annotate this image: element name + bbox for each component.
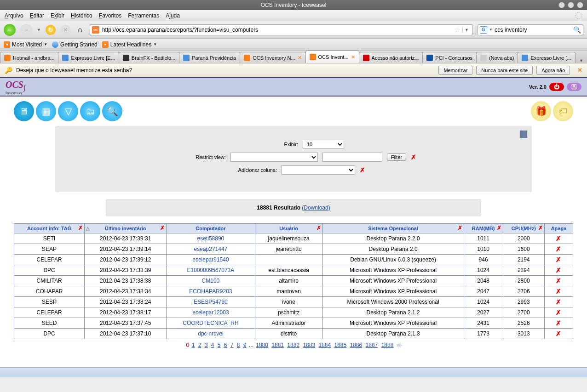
tab[interactable]: (Nova aba) — [476, 52, 518, 63]
doubles-icon[interactable]: 🗂 — [80, 101, 100, 121]
cell-computer[interactable]: CM100 — [167, 276, 255, 286]
cell-delete[interactable]: ✗ — [544, 255, 573, 265]
tab[interactable]: Paraná Previdência — [179, 52, 240, 63]
menu-favoritos[interactable]: Favoritos — [99, 12, 121, 19]
tab[interactable]: PCI - Concursos — [422, 52, 477, 63]
key-button[interactable]: ⚿ — [567, 83, 581, 91]
page-link[interactable]: 3 — [205, 342, 208, 348]
col-user[interactable]: Usuário✗ — [255, 224, 322, 233]
power-button[interactable]: ⏻ — [549, 83, 564, 91]
delete-icon[interactable]: ✗ — [556, 298, 561, 306]
home-button[interactable]: ⌂ — [75, 25, 85, 35]
col-os[interactable]: Sistema Operacional✗ — [322, 224, 464, 233]
download-link[interactable]: (Download) — [302, 205, 330, 211]
search-input[interactable] — [495, 27, 573, 33]
page-link[interactable]: 1888 — [381, 342, 394, 348]
exibir-select[interactable]: 10 — [303, 140, 344, 149]
never-button[interactable]: Nunca para este site — [476, 66, 533, 75]
remove-col-icon[interactable]: ✗ — [458, 225, 462, 231]
filter-button[interactable]: Filter — [387, 153, 406, 161]
page-link[interactable]: 5 — [218, 342, 221, 348]
save-icon[interactable] — [520, 131, 527, 138]
back-button[interactable]: ← — [4, 24, 16, 36]
page-link[interactable]: 8 — [237, 342, 240, 348]
col-tag[interactable]: Account info: TAG✗ — [14, 224, 85, 233]
page-link[interactable]: 1885 — [334, 342, 347, 348]
tab-close-icon[interactable]: ✕ — [351, 54, 355, 60]
cell-computer[interactable]: E1000009567073A — [167, 265, 255, 276]
menu-ferramentas[interactable]: Ferramentas — [128, 12, 159, 19]
restrict-value-input[interactable] — [322, 153, 382, 162]
menu-arquivo[interactable]: Arquivo — [5, 12, 23, 19]
cell-delete[interactable]: ✗ — [544, 276, 573, 286]
reload-button[interactable]: ↻ — [46, 25, 56, 35]
tab[interactable]: BrainFX - Battlelo... — [119, 52, 179, 63]
cell-computer[interactable]: eseti58890 — [167, 233, 255, 244]
delete-icon[interactable]: ✗ — [556, 309, 561, 316]
page-link[interactable]: 4 — [211, 342, 214, 348]
cell-delete[interactable]: ✗ — [544, 286, 573, 297]
delete-icon[interactable]: ✗ — [556, 256, 561, 263]
clear-addcol-icon[interactable]: ✗ — [360, 166, 365, 174]
tab[interactable]: OCS Inventory N...✕ — [240, 52, 305, 63]
page-link[interactable]: 1887 — [366, 342, 378, 348]
pager-next-icon[interactable]: »» — [396, 342, 401, 348]
close-window-button[interactable] — [577, 2, 583, 8]
most-visited-button[interactable]: ★ Most Visited ▼ — [4, 41, 47, 48]
package-icon[interactable]: 🎁 — [531, 101, 551, 121]
groups-icon[interactable]: ▦ — [36, 101, 56, 121]
page-link[interactable]: 6 — [224, 342, 227, 348]
search-bar[interactable]: G ▼ 🔍 — [478, 24, 583, 35]
filter-icon[interactable]: ▽ — [58, 101, 78, 121]
label-icon[interactable]: 🏷 — [553, 101, 573, 121]
restrict-column-select[interactable] — [230, 153, 318, 162]
tab[interactable]: Acesso não autoriz... — [359, 52, 423, 63]
clear-filter-icon[interactable]: ✗ — [411, 153, 416, 161]
tab[interactable]: Expresso Livre [E... — [58, 52, 119, 63]
page-link[interactable]: 1880 — [256, 342, 268, 348]
delete-icon[interactable]: ✗ — [556, 235, 561, 242]
delete-icon[interactable]: ✗ — [556, 288, 561, 295]
all-computers-icon[interactable]: 🖥 — [14, 101, 34, 121]
memorize-button[interactable]: Memorizar — [438, 66, 472, 75]
cell-computer[interactable]: dpc-nrcvel — [167, 329, 255, 339]
cell-computer[interactable]: ecelepar12003 — [167, 307, 255, 318]
cell-delete[interactable]: ✗ — [544, 297, 573, 307]
remove-col-icon[interactable]: ✗ — [497, 225, 501, 231]
col-lastinv[interactable]: △Último inventário✗ — [85, 224, 167, 233]
delete-icon[interactable]: ✗ — [556, 277, 561, 284]
bookmark-star-icon[interactable]: ☆ — [455, 26, 460, 34]
remove-col-icon[interactable]: ✗ — [78, 225, 83, 231]
minimize-button[interactable] — [558, 2, 565, 8]
menu-ajuda[interactable]: Ajuda — [166, 12, 180, 19]
latest-headlines-button[interactable]: ▸ Latest Headlines ▼ — [102, 41, 157, 48]
page-link[interactable]: 1886 — [350, 342, 363, 348]
page-link[interactable]: 1881 — [271, 342, 284, 348]
delete-icon[interactable]: ✗ — [556, 330, 561, 337]
page-link[interactable]: 2 — [198, 342, 201, 348]
remove-col-icon[interactable]: ✗ — [160, 225, 165, 231]
tab[interactable]: Expresso Livre [... — [518, 52, 575, 63]
url-input[interactable] — [102, 27, 453, 33]
delete-icon[interactable]: ✗ — [556, 267, 561, 274]
col-computer[interactable]: Computador — [167, 224, 255, 233]
url-bar[interactable]: oc ☆ ▼ — [90, 24, 473, 35]
cell-delete[interactable]: ✗ — [544, 233, 573, 244]
tab[interactable]: OCS Invent...✕ — [305, 51, 359, 63]
close-notification-icon[interactable]: ✕ — [577, 67, 582, 74]
cell-computer[interactable]: ESESP54760 — [167, 297, 255, 307]
page-link[interactable]: 9 — [243, 342, 247, 348]
menu-historico[interactable]: Histórico — [71, 12, 92, 19]
cell-computer[interactable]: ECOHAPAR9203 — [167, 286, 255, 297]
getting-started-button[interactable]: Getting Started — [52, 41, 98, 48]
delete-icon[interactable]: ✗ — [556, 319, 561, 327]
cell-computer[interactable]: ecelepar91540 — [167, 255, 255, 265]
menu-exibir[interactable]: Exibir — [51, 12, 64, 19]
page-link[interactable]: 7 — [230, 342, 234, 348]
page-link[interactable]: 1884 — [318, 342, 331, 348]
tab[interactable]: Hotmail - andbra... — [0, 52, 58, 63]
col-cpu[interactable]: CPU(MHz)✗ — [503, 224, 544, 233]
url-dropdown[interactable]: ▼ — [462, 28, 471, 32]
delete-icon[interactable]: ✗ — [556, 245, 561, 253]
cell-delete[interactable]: ✗ — [544, 318, 573, 329]
